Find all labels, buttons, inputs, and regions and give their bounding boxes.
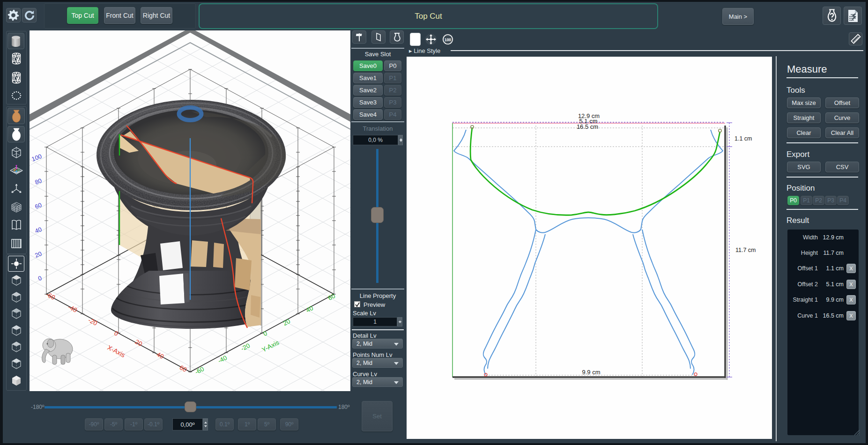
svg-text:16.5 cm: 16.5 cm [577,123,598,130]
svg-text:1.1 cm: 1.1 cm [734,135,752,142]
svg-text:100: 100 [445,37,451,42]
svg-text:11.7 cm: 11.7 cm [735,247,756,253]
svg-text:9.9 cm: 9.9 cm [582,369,600,376]
